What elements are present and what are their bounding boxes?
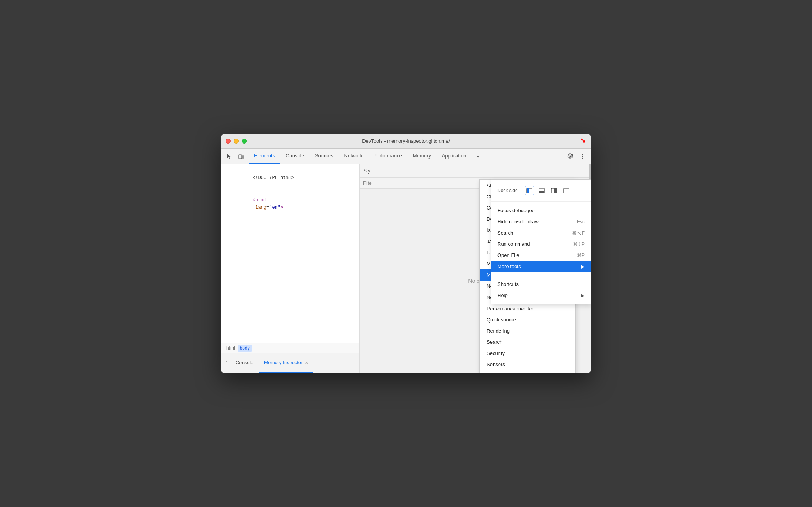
more-tabs-button[interactable]: » [472,149,483,164]
settings-search[interactable]: Search ⌘⌥F [491,227,591,238]
settings-help[interactable]: Help ▶ [491,290,591,301]
tab-network[interactable]: Network [339,149,368,164]
toolbar-right [565,149,588,164]
settings-run-command[interactable]: Run command ⌘⇧P [491,238,591,250]
dock-side-label: Dock side [497,188,518,193]
dock-left-button[interactable] [525,186,534,195]
svg-rect-0 [239,155,242,159]
tab-performance[interactable]: Performance [368,149,407,164]
tab-memory[interactable]: Memory [408,149,436,164]
svg-point-2 [582,154,583,154]
more-tools-arrow-icon: ▶ [581,264,585,269]
window-title: DevTools - memory-inspector.glitch.me/ [362,138,450,144]
breadcrumb-body[interactable]: body [238,345,252,352]
menu-item-sensors[interactable]: Sensors [480,359,575,370]
svg-rect-1 [242,156,244,158]
tab-console[interactable]: Console [280,149,310,164]
menu-item-quick-source[interactable]: Quick source [480,314,575,325]
html-line-doctype: <!DOCTYPE html> [225,167,355,189]
drawer-drag-handle[interactable]: ⋮ [224,360,229,366]
drawer-tab-bar: ⋮ Console Memory Inspector ✕ [221,353,359,373]
dock-right-button[interactable] [549,186,559,195]
close-button[interactable] [226,139,231,144]
svg-rect-11 [564,188,569,193]
html-line-html: <html lang="en"> [225,189,355,219]
dock-icons [525,186,571,195]
red-arrow-icon: ↘ [580,136,586,145]
elements-panel: <!DOCTYPE html> <html lang="en"> html bo… [221,164,360,373]
more-options-icon[interactable] [577,154,588,159]
tab-application[interactable]: Application [436,149,472,164]
dock-bottom-button[interactable] [537,186,546,195]
menu-item-security[interactable]: Security [480,348,575,359]
toolbar-spacer [484,149,564,164]
tab-sources[interactable]: Sources [310,149,339,164]
settings-focus-debuggee[interactable]: Focus debuggee [491,205,591,216]
svg-rect-8 [539,191,544,193]
devtools-window: DevTools - memory-inspector.glitch.me/ ↘… [221,134,591,373]
help-arrow-icon: ▶ [581,293,585,298]
traffic-lights [226,139,247,144]
svg-rect-10 [554,188,557,193]
cursor-icon[interactable] [224,149,235,164]
console-drawer: ⋮ Console Memory Inspector ✕ [221,353,359,373]
devtools-body: <!DOCTYPE html> <html lang="en"> html bo… [221,164,591,373]
settings-more-tools[interactable]: More tools ▶ [491,261,591,272]
styles-panel: Sty Filte No op Animations Changes Cover… [360,164,591,373]
drawer-tab-memory-inspector[interactable]: Memory Inspector ✕ [259,353,313,373]
titlebar: DevTools - memory-inspector.glitch.me/ ↘ [221,134,591,149]
menu-item-search[interactable]: Search [480,336,575,348]
settings-dropdown: Dock side [491,179,591,304]
menu-item-performance-monitor[interactable]: Performance monitor [480,303,575,314]
settings-items-section: Focus debuggee Hide console drawer Esc S… [491,201,591,275]
tab-elements[interactable]: Elements [249,149,280,164]
dock-side-section: Dock side [491,180,591,201]
maximize-button[interactable] [242,139,247,144]
dock-side-row: Dock side [491,183,591,198]
html-tree: <!DOCTYPE html> <html lang="en"> [221,164,359,343]
settings-bottom-section: Shortcuts Help ▶ [491,275,591,304]
settings-icon[interactable] [565,153,576,159]
settings-open-file[interactable]: Open File ⌘P [491,250,591,261]
devtools-toolbar: Elements Console Sources Network Perform… [221,149,591,164]
drawer-tab-console[interactable]: Console [231,353,258,373]
svg-point-3 [582,155,583,156]
minimize-button[interactable] [234,139,239,144]
menu-item-webaudio[interactable]: WebAudio [480,370,575,373]
settings-hide-console-drawer[interactable]: Hide console drawer Esc [491,216,591,227]
tab-navigation: Elements Console Sources Network Perform… [249,149,472,164]
settings-shortcuts[interactable]: Shortcuts [491,279,591,290]
breadcrumb: html body [221,343,359,353]
device-toggle-icon[interactable] [236,149,246,164]
svg-rect-6 [527,188,529,193]
breadcrumb-html[interactable]: html [224,345,238,352]
close-memory-inspector-icon[interactable]: ✕ [305,360,308,365]
styles-header: Sty [360,164,591,178]
undock-button[interactable] [562,186,571,195]
svg-point-4 [582,157,583,158]
menu-item-rendering[interactable]: Rendering [480,325,575,336]
